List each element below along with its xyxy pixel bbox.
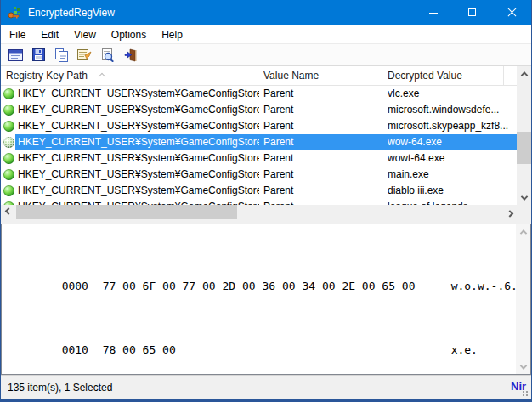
hex-dump-pane: 000077 00 6F 00 77 00 2D 00 36 00 34 00 … <box>1 224 531 375</box>
copy-icon[interactable] <box>50 45 73 65</box>
registry-list: Registry Key Path Value Name Decrypted V… <box>1 66 531 219</box>
green-ball-icon <box>3 137 14 148</box>
close-icon[interactable] <box>492 0 531 25</box>
row-decrypted-value: wowt-64.exe <box>388 150 515 167</box>
caption-controls <box>414 0 531 25</box>
minimize-icon[interactable] <box>414 0 453 25</box>
table-row[interactable]: HKEY_CURRENT_USER¥System¥GameConfigStore… <box>1 86 517 102</box>
column-header-decrypted-value[interactable]: Decrypted Value <box>382 66 504 86</box>
row-value-name: Parent <box>263 118 381 134</box>
horizontal-scrollbar[interactable] <box>1 205 517 219</box>
green-ball-icon <box>3 153 14 164</box>
column-header-registry-key-path[interactable]: Registry Key Path <box>1 66 258 86</box>
green-ball-icon <box>3 185 14 196</box>
row-key-path: HKEY_CURRENT_USER¥System¥GameConfigStore… <box>18 102 259 118</box>
row-key-path: HKEY_CURRENT_USER¥System¥GameConfigStore… <box>18 118 259 134</box>
row-decrypted-value: vlc.exe <box>388 86 515 102</box>
horizontal-scrollbar-thumb[interactable] <box>16 205 237 219</box>
save-icon[interactable] <box>27 45 50 65</box>
scroll-down-icon[interactable] <box>516 360 530 374</box>
scroll-right-icon[interactable] <box>502 205 517 219</box>
green-ball-icon <box>3 105 14 116</box>
row-value-name: Parent <box>263 150 381 167</box>
row-key-path: HKEY_CURRENT_USER¥System¥GameConfigStore… <box>18 183 259 199</box>
green-ball-icon <box>3 121 14 132</box>
row-decrypted-value: league of legends... <box>388 199 515 205</box>
hex-offset: 0010 <box>62 343 103 356</box>
table-row[interactable]: HKEY_CURRENT_USER¥System¥GameConfigStore… <box>1 118 517 134</box>
scroll-down-icon[interactable] <box>517 190 531 205</box>
menu-view[interactable]: View <box>66 25 104 44</box>
row-key-path: HKEY_CURRENT_USER¥System¥GameConfigStore… <box>18 199 259 205</box>
list-rows: HKEY_CURRENT_USER¥System¥GameConfigStore… <box>1 86 517 205</box>
table-row[interactable]: HKEY_CURRENT_USER¥System¥GameConfigStore… <box>1 150 517 167</box>
status-item-count: 135 item(s), 1 Selected <box>8 382 112 394</box>
scrollbar-corner <box>517 205 531 219</box>
scroll-up-icon[interactable] <box>516 224 530 239</box>
properties-window-icon[interactable] <box>4 45 27 65</box>
scroll-up-icon[interactable] <box>517 66 531 81</box>
row-decrypted-value: main.exe <box>388 167 515 183</box>
menu-file[interactable]: File <box>1 25 33 44</box>
green-ball-icon <box>3 201 14 205</box>
list-header: Registry Key Path Value Name Decrypted V… <box>1 66 517 86</box>
hex-line: 000077 00 6F 00 77 00 2D 00 36 00 34 00 … <box>8 267 532 305</box>
item-properties-icon[interactable] <box>73 45 96 65</box>
resize-grip[interactable] <box>522 390 529 397</box>
exit-icon[interactable] <box>119 45 142 65</box>
menu-help[interactable]: Help <box>154 25 190 44</box>
row-decrypted-value: diablo iii.exe <box>388 183 515 199</box>
row-value-name: Parent <box>263 199 381 205</box>
app-icon <box>8 6 21 20</box>
status-bar: 135 item(s), 1 Selected Nir <box>1 375 531 399</box>
row-key-path: HKEY_CURRENT_USER¥System¥GameConfigStore… <box>18 134 259 150</box>
menu-options[interactable]: Options <box>104 25 154 44</box>
row-key-path: HKEY_CURRENT_USER¥System¥GameConfigStore… <box>18 86 259 102</box>
column-header-value-name[interactable]: Value Name <box>258 66 382 86</box>
table-row-selected[interactable]: HKEY_CURRENT_USER¥System¥GameConfigStore… <box>1 134 517 150</box>
hex-bytes: 78 00 65 00 <box>103 343 451 356</box>
hex-vertical-scrollbar[interactable] <box>516 224 530 374</box>
toolbar <box>1 44 531 66</box>
row-decrypted-value: microsoft.skypeapp_kzf8... <box>388 118 515 134</box>
hex-ascii: x.e. <box>451 343 478 356</box>
table-row[interactable]: HKEY_CURRENT_USER¥System¥GameConfigStore… <box>1 183 517 199</box>
hex-line: 001078 00 65 00x.e. <box>8 331 532 369</box>
row-value-name: Parent <box>263 134 381 150</box>
table-row[interactable]: HKEY_CURRENT_USER¥System¥GameConfigStore… <box>1 167 517 183</box>
hex-offset: 0000 <box>62 280 103 292</box>
row-value-name: Parent <box>263 102 381 118</box>
green-ball-icon <box>3 88 14 99</box>
row-key-path: HKEY_CURRENT_USER¥System¥GameConfigStore… <box>18 167 259 183</box>
table-row[interactable]: HKEY_CURRENT_USER¥System¥GameConfigStore… <box>1 199 517 205</box>
vertical-scrollbar-thumb[interactable] <box>517 132 531 164</box>
row-value-name: Parent <box>263 167 381 183</box>
vertical-scrollbar[interactable] <box>517 66 531 205</box>
window-title: EncryptedRegView <box>28 7 115 19</box>
row-decrypted-value: wow-64.exe <box>388 134 515 150</box>
hex-dump-text: 000077 00 6F 00 77 00 2D 00 36 00 34 00 … <box>8 241 532 394</box>
row-decrypted-value: microsoft.windowsdefe... <box>388 102 515 118</box>
find-icon[interactable] <box>96 45 119 65</box>
table-row[interactable]: HKEY_CURRENT_USER¥System¥GameConfigStore… <box>1 102 517 118</box>
menu-bar: File Edit View Options Help <box>1 25 531 44</box>
row-value-name: Parent <box>263 183 381 199</box>
app-window: EncryptedRegView File Edit View Options … <box>0 0 532 402</box>
row-value-name: Parent <box>263 86 381 102</box>
hex-bytes: 77 00 6F 00 77 00 2D 00 36 00 34 00 2E 0… <box>103 280 451 292</box>
menu-edit[interactable]: Edit <box>33 25 66 44</box>
green-ball-icon <box>3 169 14 180</box>
title-bar[interactable]: EncryptedRegView <box>1 0 531 25</box>
row-key-path: HKEY_CURRENT_USER¥System¥GameConfigStore… <box>18 150 259 167</box>
maximize-icon[interactable] <box>453 0 492 25</box>
scroll-left-icon[interactable] <box>1 205 15 219</box>
